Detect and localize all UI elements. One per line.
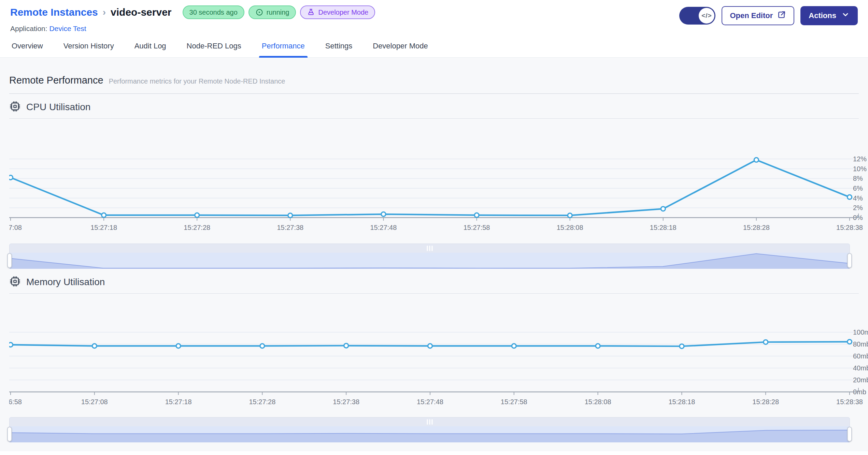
developer-mode-toggle[interactable]: </> bbox=[679, 7, 715, 25]
running-status-label: running bbox=[267, 9, 289, 16]
cpu-brush-minimap bbox=[10, 253, 850, 269]
tab-overview[interactable]: Overview bbox=[10, 42, 44, 57]
application-link[interactable]: Device Test bbox=[49, 25, 86, 32]
svg-text:15:28:28: 15:28:28 bbox=[752, 398, 779, 406]
cpu-brush-bar[interactable] bbox=[10, 244, 850, 253]
header-actions: </> Open Editor Actions bbox=[679, 5, 858, 25]
svg-text:15:28:18: 15:28:18 bbox=[668, 398, 695, 406]
svg-text:40mb: 40mb bbox=[853, 364, 868, 372]
drag-grip-icon bbox=[427, 246, 432, 251]
cpu-chip-icon bbox=[9, 101, 21, 114]
svg-text:15:27:58: 15:27:58 bbox=[501, 398, 527, 406]
tab-version-history[interactable]: Version History bbox=[62, 42, 115, 57]
svg-text:15:28:38: 15:28:38 bbox=[836, 224, 863, 231]
memory-chip-icon bbox=[9, 276, 21, 289]
memory-section-title: Memory Utilisation bbox=[26, 277, 105, 288]
svg-text:80mb: 80mb bbox=[853, 340, 868, 348]
memory-brush-left-handle[interactable] bbox=[7, 427, 12, 442]
developer-mode-label: Developer Mode bbox=[318, 9, 368, 16]
breadcrumb-parent-link[interactable]: Remote Instances bbox=[10, 6, 98, 18]
memory-brush-minimap bbox=[10, 426, 850, 442]
svg-text:60mb: 60mb bbox=[853, 352, 868, 360]
svg-text:15:28:08: 15:28:08 bbox=[585, 398, 611, 406]
cpu-brush-left-handle[interactable] bbox=[7, 253, 12, 268]
cpu-brush-right-handle[interactable] bbox=[847, 253, 852, 268]
svg-text:8%: 8% bbox=[853, 175, 863, 182]
svg-text:10%: 10% bbox=[853, 165, 867, 173]
svg-text:15:28:28: 15:28:28 bbox=[743, 224, 770, 231]
breadcrumb: Remote Instances › video-server 30 secon… bbox=[10, 5, 375, 19]
drag-grip-icon bbox=[427, 419, 432, 425]
cpu-utilisation-section: CPU Utilisation 0%2%4%6%8%10%12%7:0815:2… bbox=[9, 101, 859, 269]
svg-text:15:27:58: 15:27:58 bbox=[464, 224, 490, 231]
svg-text:15:27:38: 15:27:38 bbox=[333, 398, 359, 406]
tab-developer-mode[interactable]: Developer Mode bbox=[371, 42, 429, 57]
page-title: Remote Performance bbox=[9, 75, 103, 86]
actions-label: Actions bbox=[809, 11, 836, 20]
page-subtitle: Performance metrics for your Remote Node… bbox=[109, 77, 285, 85]
actions-button[interactable]: Actions bbox=[800, 6, 858, 25]
svg-text:2%: 2% bbox=[853, 204, 863, 211]
svg-text:15:27:48: 15:27:48 bbox=[417, 398, 443, 406]
svg-text:20mb: 20mb bbox=[853, 376, 868, 384]
svg-text:15:27:28: 15:27:28 bbox=[249, 398, 275, 406]
svg-text:15:28:08: 15:28:08 bbox=[557, 224, 583, 231]
open-editor-label: Open Editor bbox=[730, 11, 773, 20]
svg-text:15:27:18: 15:27:18 bbox=[165, 398, 192, 406]
svg-text:15:27:08: 15:27:08 bbox=[81, 398, 108, 406]
memory-brush-bar[interactable] bbox=[10, 417, 850, 426]
instance-tabs: Overview Version History Audit Log Node-… bbox=[0, 33, 868, 58]
developer-mode-badge: Developer Mode bbox=[300, 5, 375, 19]
svg-text:15:28:38: 15:28:38 bbox=[836, 398, 863, 406]
flask-icon bbox=[307, 8, 315, 16]
cpu-line-chart: 0%2%4%6%8%10%12%7:0815:27:1815:27:2815:2… bbox=[9, 149, 868, 235]
instance-name: video-server bbox=[111, 6, 171, 18]
memory-line-chart: 0mb20mb40mb60mb80mb100mb6:5815:27:0815:2… bbox=[9, 322, 868, 409]
svg-text:6:58: 6:58 bbox=[9, 398, 22, 406]
last-seen-badge: 30 seconds ago bbox=[183, 5, 244, 19]
memory-section-header: Memory Utilisation bbox=[9, 276, 859, 294]
breadcrumb-separator: › bbox=[103, 7, 106, 18]
external-link-icon bbox=[777, 10, 786, 21]
page-title-row: Remote Performance Performance metrics f… bbox=[9, 58, 859, 94]
svg-text:15:27:38: 15:27:38 bbox=[277, 224, 303, 231]
status-badges: 30 seconds ago running bbox=[183, 5, 375, 19]
tab-audit-log[interactable]: Audit Log bbox=[133, 42, 168, 57]
application-line: Application: Device Test bbox=[10, 25, 375, 33]
chevron-down-icon bbox=[841, 11, 850, 21]
svg-text:15:27:28: 15:27:28 bbox=[184, 224, 210, 231]
tab-settings[interactable]: Settings bbox=[324, 42, 354, 57]
open-editor-button[interactable]: Open Editor bbox=[722, 6, 794, 25]
tab-performance[interactable]: Performance bbox=[260, 42, 306, 57]
memory-chart-zoom-brush[interactable] bbox=[9, 417, 850, 442]
svg-text:100mb: 100mb bbox=[853, 328, 868, 336]
page-header: Remote Instances › video-server 30 secon… bbox=[0, 0, 868, 33]
code-icon: </> bbox=[699, 8, 714, 24]
cpu-section-header: CPU Utilisation bbox=[9, 101, 859, 119]
last-seen-label: 30 seconds ago bbox=[189, 9, 238, 16]
application-label: Application: bbox=[10, 25, 47, 32]
memory-utilisation-section: Memory Utilisation 0mb20mb40mb60mb80mb10… bbox=[9, 276, 859, 442]
tab-node-red-logs[interactable]: Node-RED Logs bbox=[185, 42, 243, 57]
cpu-chart-zoom-brush[interactable] bbox=[9, 244, 850, 269]
svg-text:4%: 4% bbox=[853, 194, 863, 202]
memory-brush-right-handle[interactable] bbox=[847, 427, 852, 442]
svg-text:15:28:18: 15:28:18 bbox=[650, 224, 677, 231]
svg-text:12%: 12% bbox=[853, 155, 867, 163]
svg-text:15:27:18: 15:27:18 bbox=[90, 224, 117, 231]
svg-text:15:27:48: 15:27:48 bbox=[370, 224, 397, 231]
performance-panel: Remote Performance Performance metrics f… bbox=[0, 58, 868, 451]
play-circle-icon bbox=[255, 8, 264, 16]
header-left: Remote Instances › video-server 30 secon… bbox=[10, 5, 375, 33]
running-status-badge: running bbox=[248, 5, 296, 19]
svg-text:6%: 6% bbox=[853, 185, 863, 192]
svg-text:7:08: 7:08 bbox=[9, 224, 22, 231]
cpu-section-title: CPU Utilisation bbox=[26, 102, 90, 113]
